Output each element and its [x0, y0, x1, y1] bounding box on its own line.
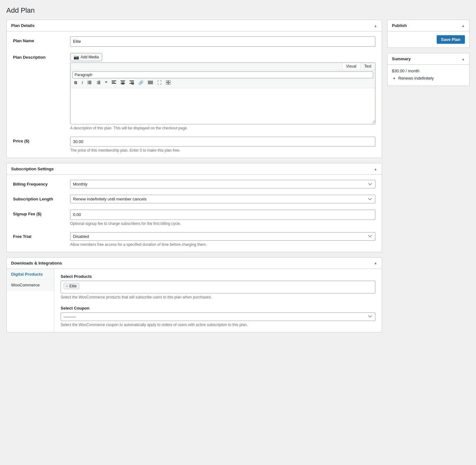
svg-rect-14: [121, 81, 125, 81]
svg-rect-10: [112, 81, 116, 81]
sub-length-label: Subscription Length: [13, 195, 70, 201]
sub-length-select[interactable]: Renew indefinitely until member cancels …: [70, 195, 375, 203]
summary-toggle-icon[interactable]: ▲: [461, 57, 465, 61]
publish-title: Publish: [392, 23, 407, 28]
publish-body: Save Plan: [387, 31, 469, 48]
align-center-btn[interactable]: [119, 79, 127, 86]
svg-rect-28: [169, 83, 170, 85]
billing-freq-control: Monthly Weekly Daily Annually: [70, 180, 375, 188]
svg-rect-16: [121, 83, 125, 84]
svg-rect-8: [98, 82, 100, 83]
description-textarea[interactable]: [70, 88, 375, 123]
signup-fee-control: Optional signup fee to charge subscriber…: [70, 210, 375, 226]
plan-name-input[interactable]: [70, 36, 375, 47]
save-plan-button[interactable]: Save Plan: [437, 35, 465, 44]
billing-freq-select[interactable]: Monthly Weekly Daily Annually: [70, 180, 375, 188]
svg-rect-17: [122, 84, 124, 84]
editor-tabs: Visual Text: [70, 63, 375, 70]
paragraph-select[interactable]: Paragraph: [72, 71, 373, 78]
price-row: Price ($) The price of this membership p…: [13, 137, 375, 153]
subscription-settings-panel: Subscription Settings ▲ Billing Frequenc…: [6, 163, 382, 252]
signup-fee-input[interactable]: [70, 210, 375, 220]
di-tab-woocommerce[interactable]: WooCommerce: [7, 280, 54, 291]
publish-panel: Publish ▲ Save Plan: [387, 20, 470, 48]
product-tag-label: Elite: [69, 284, 76, 288]
free-trial-row: Free Trial Disabled 1 Day 1 Week 1 Month…: [13, 232, 375, 247]
svg-rect-0: [88, 81, 88, 82]
summary-renews: Renews indefinitely: [398, 76, 465, 81]
editor-toolbar: Paragraph B I 1. ❝: [70, 70, 375, 88]
free-trial-select[interactable]: Disabled 1 Day 1 Week 1 Month: [70, 232, 375, 241]
svg-rect-3: [89, 82, 91, 83]
tab-text[interactable]: Text: [360, 63, 375, 70]
svg-rect-1: [89, 81, 91, 82]
svg-rect-25: [166, 80, 168, 82]
plan-details-body: Plan Name Plan Description 📷 Add Media: [7, 31, 382, 158]
select-products-label: Select Products: [61, 274, 375, 279]
summary-body: $30.00 / month Renews indefinitely: [387, 65, 469, 86]
product-tag-wrap[interactable]: × Elite: [61, 281, 375, 293]
svg-rect-12: [112, 83, 116, 84]
downloads-integrations-header: Downloads & Integrations ▲: [7, 258, 382, 269]
add-media-label: Add Media: [81, 55, 99, 59]
blockquote-btn[interactable]: ❝: [103, 79, 109, 86]
sub-length-control: Renew indefinitely until member cancels …: [70, 195, 375, 203]
summary-list: Renews indefinitely: [392, 76, 465, 81]
more-btn[interactable]: [146, 79, 155, 86]
align-left-btn[interactable]: [110, 79, 118, 86]
svg-rect-22: [148, 81, 153, 82]
select-coupon-hint: Select the WooCommerce coupon to automat…: [61, 323, 375, 327]
bold-btn[interactable]: B: [72, 79, 79, 86]
plan-description-row: Plan Description 📷 Add Media Visual Text: [13, 53, 375, 130]
billing-freq-row: Billing Frequency Monthly Weekly Daily A…: [13, 180, 375, 188]
svg-rect-21: [131, 84, 134, 84]
subscription-settings-title: Subscription Settings: [11, 167, 54, 171]
coupon-select-wrap: ———: [61, 312, 375, 321]
plan-details-toggle-icon[interactable]: ▲: [374, 24, 377, 28]
add-media-button[interactable]: 📷 Add Media: [70, 53, 102, 61]
fullscreen-btn[interactable]: ⛶: [155, 79, 163, 86]
italic-btn[interactable]: I: [80, 79, 85, 86]
svg-rect-23: [148, 82, 153, 83]
di-tab-digital-products[interactable]: Digital Products: [7, 269, 54, 280]
editor-wrap: Visual Text Paragraph B I: [70, 62, 375, 124]
svg-rect-19: [131, 82, 134, 82]
plan-name-row: Plan Name: [13, 36, 375, 47]
table-btn[interactable]: [164, 79, 172, 87]
signup-fee-label: Signup Fee ($): [13, 210, 70, 216]
plan-details-title: Plan Details: [11, 23, 35, 28]
price-input[interactable]: [70, 137, 375, 147]
subscription-settings-toggle-icon[interactable]: ▲: [374, 167, 377, 171]
summary-price: $30.00 / month: [392, 69, 465, 73]
sub-length-row: Subscription Length Renew indefinitely u…: [13, 195, 375, 203]
svg-rect-15: [121, 82, 124, 82]
align-right-btn[interactable]: [128, 79, 136, 86]
di-sidebar: Digital Products WooCommerce: [7, 269, 54, 332]
select-products-row: Select Products × Elite Select the WooCo…: [61, 274, 375, 299]
summary-title: Summary: [392, 56, 411, 61]
publish-toggle-icon[interactable]: ▲: [461, 24, 465, 28]
ul-btn[interactable]: [85, 79, 94, 87]
product-tag-remove[interactable]: ×: [66, 284, 68, 288]
link-btn[interactable]: 🔗: [136, 79, 145, 86]
price-label: Price ($): [13, 137, 70, 143]
billing-freq-label: Billing Frequency: [13, 180, 70, 187]
plan-details-header: Plan Details ▲: [7, 20, 382, 31]
downloads-integrations-title: Downloads & Integrations: [11, 261, 62, 265]
svg-rect-26: [169, 80, 170, 82]
plan-description-label: Plan Description: [13, 53, 70, 60]
svg-rect-2: [88, 82, 88, 83]
coupon-select[interactable]: ———: [61, 312, 375, 321]
tab-visual[interactable]: Visual: [342, 63, 360, 70]
summary-panel: Summary ▲ $30.00 / month Renews indefini…: [387, 53, 470, 86]
price-control: The price of this membership plan. Enter…: [70, 137, 375, 153]
select-coupon-row: Select Coupon ——— Select the WooCommerce…: [61, 306, 375, 327]
free-trial-label: Free Trial: [13, 232, 70, 239]
ol-btn[interactable]: 1.: [94, 79, 102, 87]
add-media-icon: 📷: [74, 55, 79, 60]
downloads-integrations-toggle-icon[interactable]: ▲: [374, 261, 377, 265]
plan-details-panel: Plan Details ▲ Plan Name Plan Descriptio…: [6, 20, 382, 158]
svg-rect-24: [148, 83, 153, 84]
svg-rect-5: [89, 83, 91, 84]
publish-header: Publish ▲: [387, 20, 469, 31]
